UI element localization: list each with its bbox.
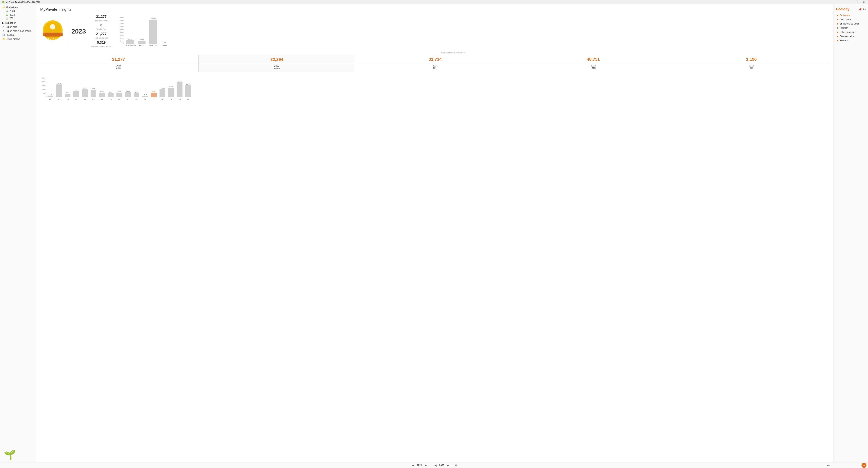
right-panel-item-compensation[interactable]: Compensation: [834, 34, 868, 38]
svg-rect-72: [142, 96, 148, 97]
svg-text:IT: IT: [153, 98, 154, 100]
sidebar-year-2021[interactable]: 🍃 2021: [0, 17, 36, 20]
year-card-2022[interactable]: 32,294 2022 100%: [198, 55, 355, 72]
svg-text:6464: 6464: [126, 90, 130, 92]
right-panel-item-notepad[interactable]: Notepad: [834, 38, 868, 43]
svg-text:CN: CN: [75, 98, 78, 100]
svg-rect-21: [126, 40, 134, 44]
year-cards-section: 21,277 2023 66% 32,294 2022 100% 31,734 …: [40, 55, 830, 72]
dot-emissions: [837, 15, 838, 16]
top-chart-svg: 18000 16000 14000 12000 10000 8000 6000 …: [118, 16, 179, 46]
svg-text:18000: 18000: [119, 17, 124, 19]
svg-rect-81: [168, 88, 174, 97]
title-bar: 🌿 MyPrivateFamilyOffice [Build 80287] ─ …: [0, 0, 868, 4]
svg-rect-45: [65, 94, 70, 97]
svg-text:0: 0: [123, 42, 124, 44]
leaf-icon-2021: 🍃: [5, 17, 8, 20]
svg-text:0: 0: [45, 96, 46, 98]
right-panel-item-other-emissions[interactable]: Other emissions: [834, 30, 868, 34]
svg-text:CA: CA: [58, 98, 60, 100]
sidebar-archive-label: Show archive: [6, 38, 20, 40]
year-card-2021-year: 2021: [358, 64, 513, 67]
dot-other-emissions: [837, 32, 838, 33]
svg-rect-27: [149, 20, 157, 44]
restore-button[interactable]: ❐: [855, 0, 861, 4]
right-panel-other-label: Other emissions: [840, 31, 856, 33]
close-button[interactable]: ✕: [861, 0, 866, 4]
svg-text:12256: 12256: [169, 86, 173, 88]
orange-action-button[interactable]: →: [862, 463, 866, 468]
svg-rect-84: [177, 82, 183, 97]
sidebar-export-data-label: Export data: [5, 26, 17, 28]
svg-rect-66: [125, 92, 131, 97]
svg-text:25000: 25000: [42, 77, 46, 79]
svg-rect-87: [185, 85, 191, 97]
sidebar-year-2023-label: 2023: [9, 10, 15, 12]
year-card-2019-pct: 4%: [674, 67, 829, 70]
nav-next-2021[interactable]: ▶: [424, 463, 428, 467]
year-card-2019[interactable]: 1,190 2019 4%: [673, 55, 830, 72]
svg-point-6: [50, 39, 51, 40]
sidebar-year-2022[interactable]: 🍃 2022: [0, 13, 36, 17]
svg-text:DE: DE: [92, 98, 94, 100]
svg-text:16854: 16854: [57, 83, 61, 84]
right-panel-item-emissions[interactable]: Emissions: [834, 13, 868, 18]
year-card-2022-pct: 100%: [200, 67, 354, 70]
svg-rect-63: [117, 93, 122, 97]
svg-text:Water: Water: [162, 44, 167, 46]
nav-next-2023[interactable]: ▶: [446, 463, 450, 467]
year-card-2020-pct: 151%: [516, 67, 671, 70]
gross-ref-label: Gross emissions reference: [75, 52, 830, 54]
year-card-2020[interactable]: 48,751 2020 151%: [515, 55, 672, 72]
nav-prev-2023[interactable]: ◀: [433, 463, 438, 467]
sidebar-item-run-report[interactable]: ▶ Run report: [0, 21, 36, 25]
archive-icon: 📁: [2, 37, 5, 40]
right-panel-item-documents[interactable]: Documents: [834, 18, 868, 22]
pin-icon[interactable]: 📌: [859, 8, 862, 11]
vertical-divider: [68, 19, 68, 44]
year-card-2021[interactable]: 31,734 2021 98%: [357, 55, 514, 72]
svg-rect-75: [151, 93, 157, 97]
svg-text:6085: 6085: [152, 91, 155, 93]
sidebar-year-2023[interactable]: 🍃 2023: [0, 9, 36, 13]
svg-point-8: [55, 39, 56, 40]
net-per-person-label: Net emissions / person: [90, 45, 113, 48]
sidebar-item-export-docs[interactable]: ↗ Export data & documents: [0, 29, 36, 33]
svg-point-4: [43, 33, 63, 37]
right-panel-title: Ecology: [836, 7, 849, 11]
sidebar-item-export-data[interactable]: ↗ Export data: [0, 25, 36, 29]
font-size-icon[interactable]: Aa: [863, 8, 866, 11]
svg-text:2511: 2511: [128, 38, 132, 40]
year-card-2023[interactable]: 21,277 2023 66%: [40, 55, 197, 72]
year-card-2019-year: 2019: [674, 64, 829, 67]
total-emissions-value: 21,277: [90, 15, 113, 19]
dot-documents: [837, 19, 838, 20]
year-card-2022-value: 32,294: [200, 57, 354, 62]
svg-text:10000: 10000: [119, 29, 124, 30]
svg-text:CH: CH: [66, 98, 69, 100]
total-emissions-label: Total emissions: [90, 20, 113, 22]
svg-rect-24: [138, 40, 146, 44]
right-panel-compensation-label: Compensation: [840, 35, 855, 38]
svg-text:5000: 5000: [43, 93, 46, 94]
sidebar-export-docs-label: Export data & documents: [5, 30, 31, 32]
sidebar-year-2022-label: 2022: [9, 13, 15, 16]
dot-emissions-by-origin: [837, 23, 838, 25]
svg-text:GB: GB: [118, 98, 120, 100]
sidebar-item-show-archive[interactable]: 📁 Show archive: [0, 37, 36, 41]
nav-prev-2021[interactable]: ◀: [411, 463, 415, 467]
minimize-button[interactable]: ─: [849, 0, 855, 4]
svg-text:RU: RU: [170, 98, 172, 100]
year-card-2023-pct: 66%: [41, 67, 196, 70]
svg-point-2: [50, 24, 55, 30]
right-panel-item-nutrition[interactable]: Nutrition: [834, 26, 868, 30]
year-card-2021-pct: 98%: [358, 67, 513, 70]
svg-rect-48: [73, 91, 79, 97]
right-panel-item-emissions-by-origin[interactable]: Emissions by origin: [834, 22, 868, 26]
back-button[interactable]: ↩: [827, 463, 830, 467]
sidebar-item-insights[interactable]: 📊 Insights: [0, 33, 36, 37]
net-emissions-value: 21,277: [90, 32, 113, 36]
filter-icon[interactable]: ⊟: [455, 464, 457, 467]
year-card-2021-value: 31,734: [358, 57, 513, 62]
insights-icon: 📊: [2, 33, 5, 36]
